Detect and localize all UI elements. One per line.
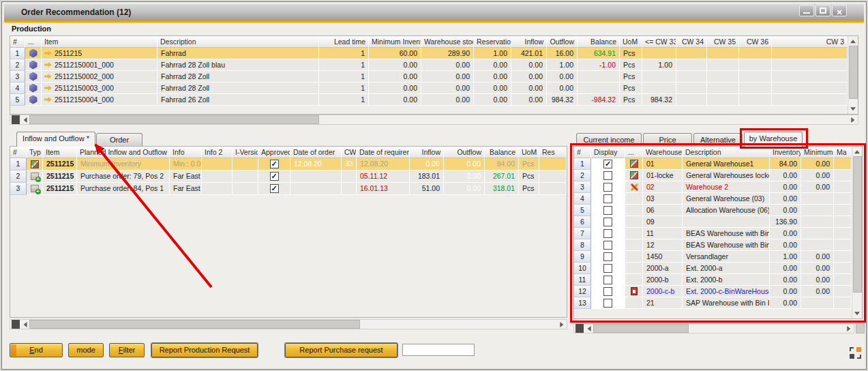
column-header[interactable]: UoM xyxy=(519,147,539,158)
by-warehouse-vscrollbar[interactable] xyxy=(852,147,862,318)
table-cell[interactable] xyxy=(772,83,848,94)
table-cell[interactable]: 1 xyxy=(319,59,369,71)
table-cell[interactable]: Pcs xyxy=(519,170,539,183)
table-cell[interactable]: 0.00 xyxy=(474,83,511,94)
vscrollbar-thumb[interactable] xyxy=(853,156,862,293)
table-cell[interactable] xyxy=(707,48,739,59)
column-header[interactable]: Outflow xyxy=(547,36,578,48)
table-row[interactable]: 325112150002_000Fahrrad 28 Zoll10.000.00… xyxy=(10,71,848,83)
table-cell[interactable] xyxy=(801,193,834,205)
table-cell[interactable]: 1 xyxy=(319,83,369,94)
table-cell[interactable]: 2 xyxy=(574,170,591,181)
checkbox[interactable] xyxy=(603,183,612,192)
resize-grip-icon[interactable] xyxy=(850,347,861,359)
table-cell[interactable] xyxy=(834,170,852,181)
table-cell[interactable] xyxy=(539,158,567,170)
table-cell[interactable]: 0.00 xyxy=(770,239,801,251)
table-cell[interactable] xyxy=(834,251,852,263)
column-header[interactable]: Outflow xyxy=(444,147,485,158)
scroll-up-button[interactable] xyxy=(849,36,858,46)
table-cell[interactable]: General Warehouses locke xyxy=(683,170,770,181)
table-cell[interactable]: 33 xyxy=(342,158,357,170)
column-header[interactable]: Item xyxy=(42,36,158,48)
table-cell[interactable] xyxy=(676,71,707,83)
table-cell[interactable] xyxy=(539,170,567,183)
table-cell[interactable]: 06 xyxy=(643,205,683,216)
table-cell[interactable]: 9 xyxy=(574,251,591,263)
table-row[interactable]: 2+2511215Purchase order: 79, Pos 2Far Ea… xyxy=(10,170,567,183)
table-cell[interactable] xyxy=(342,170,357,183)
hscrollbar-thumb[interactable] xyxy=(593,324,689,333)
table-cell[interactable]: 0.00 xyxy=(770,297,801,309)
production-table-vscrollbar[interactable] xyxy=(848,36,858,114)
table-cell[interactable]: Purchase order: 84, Pos 1 xyxy=(77,183,170,195)
table-cell[interactable] xyxy=(625,251,643,263)
footer-input[interactable] xyxy=(402,344,475,356)
table-cell[interactable] xyxy=(625,170,643,181)
checkbox[interactable] xyxy=(603,206,612,215)
column-header[interactable]: ... xyxy=(625,147,643,158)
table-cell[interactable]: 0.00 xyxy=(770,228,801,239)
table-cell[interactable]: 0.00 xyxy=(474,59,511,71)
table-cell[interactable]: 1.00 xyxy=(770,251,801,263)
end-button[interactable]: End xyxy=(10,343,63,357)
table-cell[interactable]: 01 xyxy=(643,158,683,170)
table-cell[interactable] xyxy=(801,228,834,239)
table-cell[interactable]: Fahrrad 28 Zoll xyxy=(158,71,319,83)
table-cell[interactable]: 1 xyxy=(10,48,25,59)
table-cell[interactable] xyxy=(625,216,643,228)
checkbox-cell[interactable] xyxy=(591,181,625,193)
table-cell[interactable] xyxy=(25,83,42,94)
table-cell[interactable]: 1.00 xyxy=(474,48,511,59)
column-header[interactable]: Typ xyxy=(27,147,43,158)
table-cell[interactable] xyxy=(625,158,643,170)
titlebar[interactable]: Order Recommendation (12) xyxy=(4,4,864,20)
checkbox-cell[interactable]: ✓ xyxy=(258,170,290,183)
column-header[interactable]: CW 36 xyxy=(739,36,772,48)
column-header[interactable]: Ma xyxy=(834,147,852,158)
table-row[interactable]: 711BEAS Warehouse with Bin0.00 xyxy=(574,228,852,239)
table-cell[interactable] xyxy=(625,274,643,286)
table-cell[interactable]: 5 xyxy=(574,205,591,216)
checkbox-cell[interactable]: ✓ xyxy=(258,158,290,170)
table-cell[interactable] xyxy=(739,94,772,106)
scroll-right-button[interactable] xyxy=(557,320,567,329)
table-cell[interactable]: 267.01 xyxy=(485,170,519,183)
table-cell[interactable] xyxy=(642,83,676,94)
tab-current-income[interactable]: Current income xyxy=(576,133,642,146)
checkbox-cell[interactable] xyxy=(591,297,625,309)
table-cell[interactable]: 8 xyxy=(574,239,591,251)
table-cell[interactable] xyxy=(25,71,42,83)
table-row[interactable]: 12511215Fahrrad160.00289.901.00421.0116.… xyxy=(10,48,848,59)
table-cell[interactable]: 25112150003_000 xyxy=(42,83,158,94)
column-header[interactable]: CW 35 xyxy=(707,36,739,48)
table-cell[interactable] xyxy=(676,48,707,59)
table-cell[interactable]: 12.08.20 xyxy=(357,158,410,170)
table-cell[interactable]: Pcs xyxy=(519,158,539,170)
table-cell[interactable]: 2511215 xyxy=(42,48,158,59)
table-cell[interactable] xyxy=(642,71,676,83)
mode-button[interactable]: mode xyxy=(68,343,104,357)
table-cell[interactable]: 0.00 xyxy=(770,286,801,297)
maximize-button[interactable] xyxy=(815,5,830,16)
table-cell[interactable]: 0.00 xyxy=(511,59,547,71)
table-cell[interactable]: 16.01.13 xyxy=(357,183,410,195)
column-header[interactable]: CW 3 xyxy=(772,36,848,48)
table-row[interactable]: 102000-aExt. 2000-a0.000.00 xyxy=(574,263,852,274)
table-cell[interactable]: 2511215 xyxy=(43,158,77,170)
table-cell[interactable] xyxy=(834,216,852,228)
column-header[interactable]: Warehouse stock xyxy=(421,36,474,48)
tab-inflow-and-outflow[interactable]: Inflow and Outflow * xyxy=(16,132,95,147)
checkbox-cell[interactable] xyxy=(591,216,625,228)
table-cell[interactable] xyxy=(625,263,643,274)
table-cell[interactable]: 84.00 xyxy=(770,158,801,170)
table-cell[interactable]: 16.00 xyxy=(547,48,578,59)
table-cell[interactable] xyxy=(772,94,848,106)
table-cell[interactable]: 7 xyxy=(574,228,591,239)
table-cell[interactable] xyxy=(707,83,739,94)
table-cell[interactable]: + xyxy=(27,170,43,183)
table-cell[interactable]: SAP Warehouse with Bin I xyxy=(683,297,770,309)
column-header[interactable]: CW xyxy=(342,147,357,158)
table-cell[interactable] xyxy=(707,71,739,83)
table-cell[interactable] xyxy=(625,228,643,239)
